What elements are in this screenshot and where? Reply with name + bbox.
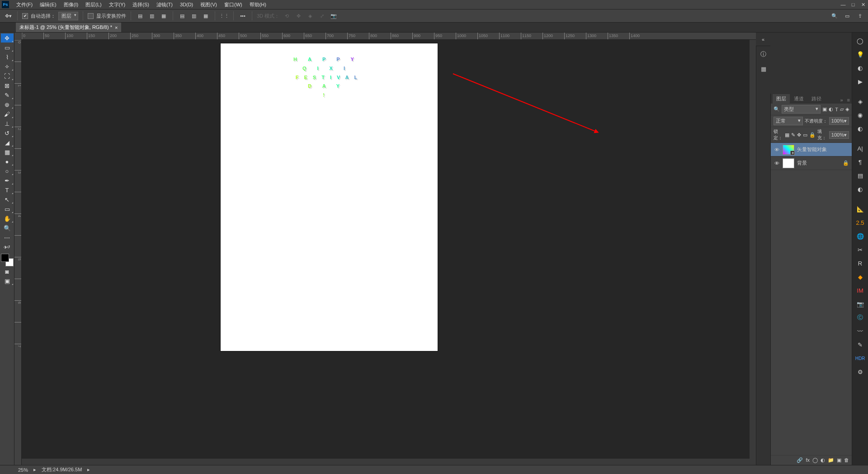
lock-position-icon[interactable]: ✥ bbox=[797, 132, 801, 138]
menu-filter[interactable]: 滤镜(T) bbox=[153, 1, 176, 8]
document-canvas[interactable]: HAPPY QIXI FESTIVAL DAY ! bbox=[221, 43, 438, 351]
menu-3d[interactable]: 3D(D) bbox=[176, 2, 197, 7]
filter-type-select[interactable]: 类型▾ bbox=[782, 105, 821, 114]
quickmask-icon[interactable]: ◙ bbox=[1, 267, 14, 276]
zoom-level[interactable]: 25% bbox=[18, 467, 28, 473]
cc-link-icon[interactable]: ◯ bbox=[854, 35, 867, 46]
search-icon[interactable]: 🔍 bbox=[830, 11, 839, 20]
healing-tool[interactable]: ⊕ bbox=[1, 100, 14, 109]
version-icon[interactable]: 2.5 bbox=[854, 217, 867, 228]
info-panel-icon[interactable]: ⓘ bbox=[758, 49, 769, 60]
layers-stack-icon[interactable]: ◈ bbox=[854, 96, 867, 107]
align-right-icon[interactable]: ▦ bbox=[159, 11, 168, 20]
eyedropper-tool[interactable]: ✎ bbox=[1, 90, 14, 100]
align-left-icon[interactable]: ▤ bbox=[136, 11, 145, 20]
adjustments-rail-icon[interactable]: ◐ bbox=[854, 123, 867, 134]
layer-thumbnail[interactable]: ◈ bbox=[783, 145, 794, 155]
show-transform-checkbox[interactable] bbox=[88, 13, 94, 19]
align-hcenter-icon[interactable]: ▥ bbox=[147, 11, 156, 20]
layer-name[interactable]: 矢量智能对象 bbox=[797, 146, 827, 153]
filter-adjust-icon[interactable]: ◐ bbox=[829, 106, 833, 112]
menu-type[interactable]: 文字(Y) bbox=[105, 1, 129, 8]
lock-pixels-icon[interactable]: ✎ bbox=[791, 132, 795, 138]
distribute-icon[interactable]: ⋮⋮ bbox=[220, 11, 229, 20]
path-select-tool[interactable]: ↖ bbox=[1, 195, 14, 204]
globe-icon[interactable]: 🌐 bbox=[854, 231, 867, 242]
canvas-area[interactable]: 0501001502002503003504004505005506006507… bbox=[14, 33, 756, 465]
contrast-icon[interactable]: ◐ bbox=[854, 184, 867, 194]
layer-row-background[interactable]: 👁 背景 🔒 bbox=[771, 156, 852, 170]
ruler-origin[interactable] bbox=[14, 33, 22, 40]
search-filter-icon[interactable]: 🔍 bbox=[774, 106, 780, 112]
panel-menu-icon[interactable]: ≡ bbox=[845, 96, 852, 104]
tab-channels[interactable]: 通道 bbox=[790, 94, 807, 104]
horizontal-ruler[interactable]: 0501001502002503003504004505005506006507… bbox=[22, 33, 756, 40]
fill-input[interactable]: 100%▾ bbox=[829, 131, 849, 139]
vertical-scrollbar[interactable] bbox=[750, 40, 756, 465]
r-pro-icon[interactable]: R bbox=[854, 258, 867, 269]
crop-tool[interactable]: ⛶ bbox=[1, 71, 14, 81]
lock-all-icon[interactable]: 🔒 bbox=[809, 132, 816, 138]
frame-tool[interactable]: ⊠ bbox=[1, 81, 14, 90]
marquee-tool[interactable]: ▭ bbox=[1, 43, 14, 52]
diamond-icon[interactable]: ◆ bbox=[854, 271, 867, 282]
chevron-right-icon[interactable]: ▸ bbox=[87, 467, 90, 473]
camera-icon[interactable]: 📷 bbox=[854, 299, 867, 309]
zoom-tool[interactable]: 🔍 bbox=[1, 223, 14, 232]
menu-file[interactable]: 文件(F) bbox=[13, 1, 36, 8]
autoselect-target-select[interactable]: 图层 bbox=[58, 12, 78, 20]
document-tab[interactable]: 未标题-1 @ 25% (矢量智能对象, RGB/8) * × bbox=[16, 23, 121, 32]
close-button[interactable]: ✕ bbox=[858, 0, 868, 9]
grid-panel-icon[interactable]: ▦ bbox=[758, 63, 769, 74]
magic-wand-tool[interactable]: ✧ bbox=[1, 62, 14, 71]
visibility-icon[interactable]: 👁 bbox=[774, 161, 780, 166]
tab-paths[interactable]: 路径 bbox=[808, 94, 825, 104]
gear-icon[interactable]: ⚙ bbox=[854, 366, 867, 377]
gradient-tool[interactable]: ▦ bbox=[1, 147, 14, 156]
blend-mode-select[interactable]: 正常▾ bbox=[774, 117, 803, 125]
filter-pixel-icon[interactable]: ▣ bbox=[822, 106, 827, 112]
menu-window[interactable]: 窗口(W) bbox=[221, 1, 246, 8]
menu-view[interactable]: 视图(V) bbox=[197, 1, 221, 8]
vertical-ruler[interactable]: 01234567 bbox=[14, 40, 22, 465]
shape-tool[interactable]: ▭ bbox=[1, 204, 14, 213]
opacity-input[interactable]: 100%▾ bbox=[829, 117, 849, 125]
autoselect-checkbox[interactable]: ✔ bbox=[22, 13, 28, 19]
menu-layer[interactable]: 图层(L) bbox=[82, 1, 105, 8]
panel-collapse-icon[interactable]: » bbox=[838, 96, 844, 104]
menu-select[interactable]: 选择(S) bbox=[129, 1, 153, 8]
support-icon[interactable]: ◐ bbox=[854, 62, 867, 73]
lock-artboard-icon[interactable]: ▭ bbox=[803, 132, 807, 138]
circle-c-icon[interactable]: Ⓒ bbox=[854, 312, 867, 323]
eraser-tool[interactable]: ◢ bbox=[1, 138, 14, 147]
character-panel-icon[interactable]: A| bbox=[854, 143, 867, 154]
lasso-tool[interactable]: ⌇ bbox=[1, 52, 14, 62]
move-tool-icon[interactable]: ✥▾ bbox=[4, 11, 13, 20]
horizontal-scrollbar[interactable] bbox=[22, 459, 750, 465]
pen-tool[interactable]: ✒ bbox=[1, 176, 14, 185]
measure-icon[interactable]: 📐 bbox=[854, 204, 867, 214]
learn-icon[interactable]: 💡 bbox=[854, 49, 867, 60]
glyphs-panel-icon[interactable]: ▤ bbox=[854, 170, 867, 181]
more-options-icon[interactable]: ••• bbox=[238, 11, 247, 20]
doc-size[interactable]: 文档:24.9M/26.5M bbox=[42, 466, 82, 473]
align-bottom-icon[interactable]: ▦ bbox=[201, 11, 210, 20]
filter-type-icon[interactable]: T bbox=[835, 107, 838, 112]
brush-rail-icon[interactable]: ✎ bbox=[854, 339, 867, 350]
hdr-icon[interactable]: HDR bbox=[854, 353, 867, 364]
link-layers-icon[interactable]: 🔗 bbox=[797, 457, 803, 463]
wave-icon[interactable]: 〰 bbox=[854, 326, 867, 337]
swatches-icon[interactable]: ◉ bbox=[854, 109, 867, 120]
default-colors-icon[interactable]: ⬗↺ bbox=[1, 242, 14, 251]
chevron-right-icon[interactable]: ▸ bbox=[33, 467, 36, 473]
lock-transparent-icon[interactable]: ▦ bbox=[785, 132, 789, 138]
edit-toolbar-icon[interactable]: ⋯ bbox=[1, 233, 14, 242]
share-icon[interactable]: ⇪ bbox=[855, 11, 864, 20]
new-layer-icon[interactable]: ▣ bbox=[837, 457, 841, 463]
document-tab-close-icon[interactable]: × bbox=[115, 25, 118, 30]
minimize-button[interactable]: — bbox=[838, 0, 848, 9]
layer-row-smartobject[interactable]: 👁 ◈ 矢量智能对象 bbox=[771, 143, 852, 156]
collapse-panels-icon[interactable]: « bbox=[762, 37, 764, 42]
brush-tool[interactable]: 🖌 bbox=[1, 109, 14, 118]
history-brush-tool[interactable]: ↺ bbox=[1, 128, 14, 137]
